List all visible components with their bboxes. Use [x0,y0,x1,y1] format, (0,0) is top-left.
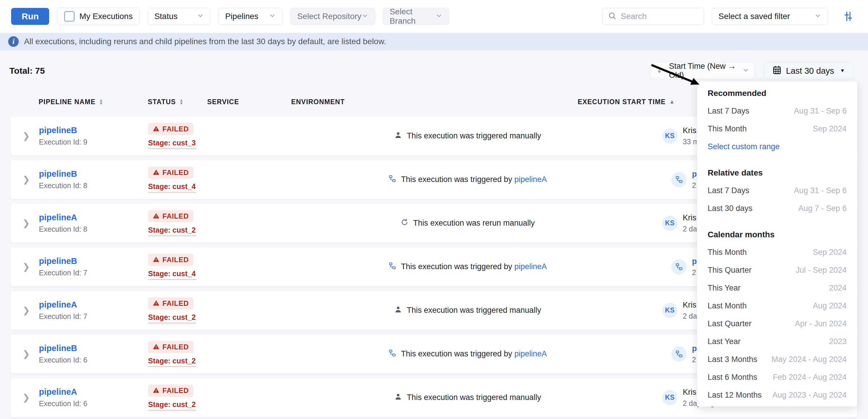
rerun-icon [401,218,408,228]
row-expand-chevron[interactable]: ❯ [23,349,30,359]
status-badge: FAILED [148,254,193,266]
service-cell [208,334,291,373]
branch-filter-dropdown[interactable]: Select Branch [383,8,449,25]
date-menu-item-label[interactable]: Last 30 days [708,204,752,213]
trigger-pipeline-link[interactable]: pipelineA [515,175,547,184]
date-menu-item-label[interactable]: Last 7 Days [708,186,749,195]
person-icon [394,131,402,141]
calendar-icon [772,65,782,77]
date-menu-item-last-3-months[interactable]: Last 3 MonthsMay 2024 - Aug 2024 [697,351,857,368]
date-menu-item-last-7-days[interactable]: Last 7 DaysAug 31 - Sep 6 [697,102,857,120]
date-menu-item-last-30-days[interactable]: Last 30 daysAug 7 - Sep 6 [697,199,857,217]
search-input[interactable] [620,11,699,21]
trigger-pipeline-link[interactable]: pipelineA [515,262,547,271]
row-expand-chevron[interactable]: ❯ [23,392,30,402]
filter-settings-icon[interactable] [842,10,855,23]
pipeline-name-link[interactable]: pipelineB [39,169,77,179]
date-menu-item-label[interactable]: Last Year [708,337,741,346]
pipeline-name-link[interactable]: pipelineA [39,387,77,397]
date-menu-item-label[interactable]: Last 6 Months [708,373,757,382]
my-executions-toggle[interactable]: My Executions [57,8,140,25]
status-filter-dropdown[interactable]: Status [148,8,211,25]
row-expand-chevron[interactable]: ❯ [23,218,30,228]
pipeline-name-link[interactable]: pipelineB [39,256,77,266]
select-custom-range-link[interactable]: Select custom range [708,142,780,151]
failed-stage-link[interactable]: Stage: cust_2 [148,226,196,236]
sort-ascending-icon[interactable]: ▲ [669,99,675,105]
row-expand-chevron[interactable]: ❯ [23,262,30,272]
pipeline-trigger-icon [389,175,396,185]
date-menu-item-label[interactable]: Last 12 Months [708,391,762,400]
date-menu-item-range: Apr - Jun 2024 [795,319,847,328]
date-menu-item-label[interactable]: This Year [708,284,741,293]
pipelines-filter-dropdown[interactable]: Pipelines [218,8,283,25]
sort-both-icon[interactable]: ▲▼ [179,99,184,105]
search-box[interactable] [602,8,704,25]
row-expand-chevron[interactable]: ❯ [23,305,30,315]
status-badge: FAILED [148,341,193,353]
service-cell [208,291,291,330]
chevron-down-icon [435,12,442,21]
row-expand-chevron[interactable]: ❯ [23,174,30,185]
status-badge: FAILED [148,166,193,179]
pipeline-name-link[interactable]: pipelineB [39,126,77,135]
row-expand-chevron[interactable]: ❯ [23,131,30,141]
failed-stage-link[interactable]: Stage: cust_2 [148,357,196,367]
info-icon: i [8,36,19,47]
environment-cell [291,334,357,373]
trigger-text: This execution was triggered manually [407,131,541,140]
date-menu-item-last-month[interactable]: Last MonthAug 2024 [697,297,857,315]
date-menu-item-last-6-months[interactable]: Last 6 MonthsFeb 2024 - Aug 2024 [697,368,857,386]
pipeline-trigger-icon [389,349,396,359]
date-menu-item-label[interactable]: Last Month [708,301,747,311]
my-executions-checkbox[interactable] [64,11,74,22]
pipeline-name-link[interactable]: pipelineA [39,213,77,222]
run-button[interactable]: Run [11,8,49,25]
pipeline-name-link[interactable]: pipelineA [39,300,77,310]
trigger-pipeline-link[interactable]: pipelineA [515,349,547,358]
date-menu-item-select-custom-range[interactable]: Select custom range [697,138,857,156]
failed-stage-link[interactable]: Stage: cust_2 [148,400,196,411]
header-pipeline-name[interactable]: PIPELINE NAME ▲▼ [39,98,148,106]
sort-dropdown[interactable]: Start Time (New → Old) [651,62,755,79]
failed-stage-link[interactable]: Stage: cust_4 [148,182,196,193]
date-menu-item-this-quarter[interactable]: This QuarterJul - Sep 2024 [697,261,857,279]
pipeline-avatar [671,347,687,362]
execution-id: Execution Id: 6 [39,399,148,408]
date-menu-item-this-month[interactable]: This MonthSep 2024 [697,244,857,261]
environment-cell [291,291,357,330]
warning-icon [153,125,159,133]
status-label: FAILED [162,125,189,133]
date-menu-item-this-month[interactable]: This MonthSep 2024 [697,120,857,138]
failed-stage-link[interactable]: Stage: cust_4 [148,269,196,280]
date-menu-item-label[interactable]: This Month [708,124,747,133]
saved-filter-dropdown[interactable]: Select a saved filter [712,8,828,25]
date-menu-item-label[interactable]: Last 7 Days [708,106,749,116]
date-range-button[interactable]: Last 30 days ▼ [764,62,854,79]
status-badge: FAILED [148,297,193,310]
date-menu-item-label[interactable]: Last Quarter [708,319,751,328]
date-menu-item-last-quarter[interactable]: Last QuarterApr - Jun 2024 [697,315,857,333]
sort-both-icon[interactable]: ▲▼ [99,99,103,105]
date-menu-item-last-year[interactable]: Last Year2023 [697,333,857,351]
failed-stage-link[interactable]: Stage: cust_3 [148,139,196,149]
date-menu-item-label[interactable]: This Month [708,248,747,257]
environment-cell [291,378,357,417]
date-menu-section: RecommendedLast 7 DaysAug 31 - Sep 6This… [697,84,857,156]
date-menu-item-range: Aug 31 - Sep 6 [794,186,847,195]
date-menu-item-label[interactable]: This Quarter [708,266,751,275]
pipeline-name-link[interactable]: pipelineB [39,344,77,353]
my-executions-label: My Executions [79,12,132,21]
environment-cell [291,117,357,155]
repository-filter-label: Select Repository [297,12,361,21]
date-menu-item-label[interactable]: Last 3 Months [708,355,757,364]
date-menu-item-this-year[interactable]: This Year2024 [697,279,857,297]
date-menu-item-last-12-months[interactable]: Last 12 MonthsAug 2023 - Aug 2024 [697,386,857,404]
search-icon [608,11,617,21]
date-range-label: Last 30 days [786,66,834,76]
repository-filter-dropdown[interactable]: Select Repository [290,8,375,25]
date-menu-item-last-7-days[interactable]: Last 7 DaysAug 31 - Sep 6 [697,182,857,199]
failed-stage-link[interactable]: Stage: cust_2 [148,313,196,323]
warning-icon [153,300,159,308]
header-status[interactable]: STATUS ▲▼ [148,98,207,106]
